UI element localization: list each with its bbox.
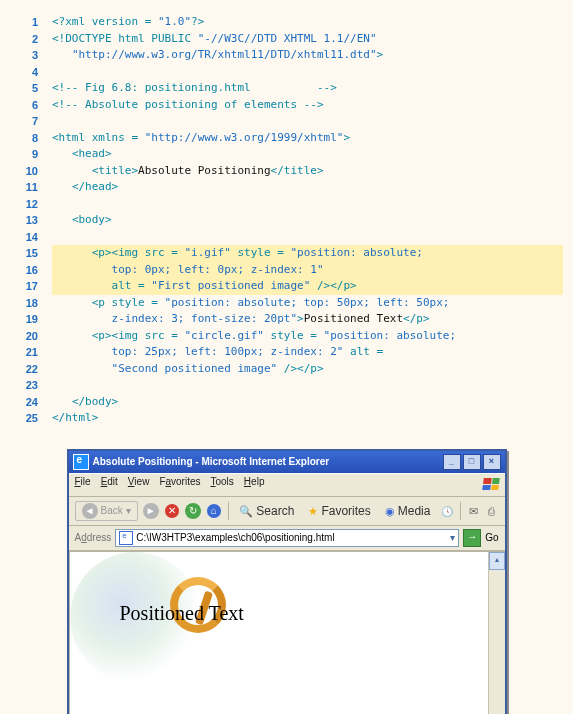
code-line: 15 <p><img src = "i.gif" style = "positi…: [10, 245, 563, 262]
code-line: 18 <p style = "position: absolute; top: …: [10, 295, 563, 312]
address-value: C:\IW3HTP3\examples\ch06\positioning.htm…: [136, 532, 334, 543]
forward-arrow-icon: ►: [143, 503, 159, 519]
back-arrow-icon: ◄: [82, 503, 98, 519]
code-line: 8<html xmlns = "http://www.w3.org/1999/x…: [10, 130, 563, 147]
favorites-button[interactable]: Favorites: [303, 500, 375, 522]
line-number: 11: [10, 179, 52, 196]
line-number: 25: [10, 410, 52, 427]
code-content: <p><img src = "circle.gif" style = "posi…: [52, 328, 563, 345]
code-listing: 1<?xml version = "1.0"?>2<!DOCTYPE html …: [10, 10, 563, 431]
code-line: 2<!DOCTYPE html PUBLIC "-//W3C//DTD XHTM…: [10, 31, 563, 48]
stop-icon: ✕: [165, 504, 179, 518]
close-button[interactable]: ×: [483, 454, 501, 470]
browser-screenshot: Absolute Positioning - Microsoft Interne…: [67, 449, 507, 715]
mail-button[interactable]: [466, 500, 480, 522]
back-label: Back: [101, 505, 123, 516]
code-line: 14: [10, 229, 563, 246]
refresh-button[interactable]: ↻: [184, 500, 202, 522]
line-number: 2: [10, 31, 52, 48]
window-title: Absolute Positioning - Microsoft Interne…: [93, 456, 443, 467]
line-number: 17: [10, 278, 52, 295]
code-line: 5<!-- Fig 6.8: positioning.html -->: [10, 80, 563, 97]
windows-flag-icon: [481, 476, 499, 494]
history-button[interactable]: [439, 500, 453, 522]
code-content: [52, 113, 563, 130]
line-number: 1: [10, 14, 52, 31]
code-line: 25</html>: [10, 410, 563, 427]
line-number: 19: [10, 311, 52, 328]
line-number: 21: [10, 344, 52, 361]
page-icon: [119, 531, 133, 545]
code-line: 21 top: 25px; left: 100px; z-index: 2" a…: [10, 344, 563, 361]
line-number: 3: [10, 47, 52, 64]
code-content: </body>: [52, 394, 563, 411]
back-button[interactable]: ◄ Back ▾: [75, 501, 138, 521]
address-label: Address: [75, 532, 112, 543]
media-button[interactable]: Media: [380, 500, 436, 522]
code-line: 6<!-- Absolute positioning of elements -…: [10, 97, 563, 114]
code-content: [52, 377, 563, 394]
minimize-button[interactable]: _: [443, 454, 461, 470]
code-content: <!DOCTYPE html PUBLIC "-//W3C//DTD XHTML…: [52, 31, 563, 48]
go-label: Go: [485, 532, 498, 543]
menu-view[interactable]: View: [128, 476, 150, 494]
toolbar-separator: [228, 502, 229, 520]
code-line: 19 z-index: 3; font-size: 20pt">Position…: [10, 311, 563, 328]
chevron-down-icon[interactable]: ▾: [450, 532, 455, 543]
chevron-down-icon: ▾: [126, 505, 131, 516]
ie-window: Absolute Positioning - Microsoft Interne…: [67, 449, 507, 715]
address-bar: Address C:\IW3HTP3\examples\ch06\positio…: [69, 526, 505, 551]
vertical-scrollbar[interactable]: ▴ ▾: [488, 552, 505, 715]
forward-button[interactable]: ►: [142, 500, 160, 522]
code-content: top: 25px; left: 100px; z-index: 2" alt …: [52, 344, 563, 361]
page-content: Positioned Text ▴ ▾: [69, 551, 505, 715]
code-content: "http://www.w3.org/TR/xhtml11/DTD/xhtml1…: [52, 47, 563, 64]
line-number: 23: [10, 377, 52, 394]
toolbar: ◄ Back ▾ ► ✕ ↻ ⌂ Search Favorites Media: [69, 497, 505, 526]
line-number: 4: [10, 64, 52, 81]
search-button[interactable]: Search: [234, 500, 299, 522]
media-icon: [385, 504, 395, 518]
line-number: 20: [10, 328, 52, 345]
code-content: alt = "First positioned image" /></p>: [52, 278, 563, 295]
menu-favorites[interactable]: Favorites: [159, 476, 200, 494]
stop-button[interactable]: ✕: [164, 500, 180, 522]
menubar: File Edit View Favorites Tools Help: [69, 473, 505, 497]
ie-icon: [73, 454, 89, 470]
code-content: <!-- Absolute positioning of elements --…: [52, 97, 563, 114]
home-button[interactable]: ⌂: [206, 500, 222, 522]
refresh-icon: ↻: [185, 503, 201, 519]
scroll-up-button[interactable]: ▴: [489, 552, 505, 570]
code-content: <!-- Fig 6.8: positioning.html -->: [52, 80, 563, 97]
code-content: [52, 64, 563, 81]
code-content: </html>: [52, 410, 563, 427]
maximize-button[interactable]: □: [463, 454, 481, 470]
star-icon: [308, 504, 318, 518]
print-button[interactable]: [484, 500, 498, 522]
line-number: 16: [10, 262, 52, 279]
line-number: 9: [10, 146, 52, 163]
code-line: 16 top: 0px; left: 0px; z-index: 1": [10, 262, 563, 279]
print-icon: [488, 504, 495, 518]
menu-tools[interactable]: Tools: [211, 476, 234, 494]
code-line: 10 <title>Absolute Positioning</title>: [10, 163, 563, 180]
line-number: 10: [10, 163, 52, 180]
line-number: 5: [10, 80, 52, 97]
code-content: <?xml version = "1.0"?>: [52, 14, 563, 31]
code-line: 12: [10, 196, 563, 213]
menu-edit[interactable]: Edit: [101, 476, 118, 494]
menu-help[interactable]: Help: [244, 476, 265, 494]
code-line: 11 </head>: [10, 179, 563, 196]
line-number: 15: [10, 245, 52, 262]
menu-file[interactable]: File: [75, 476, 91, 494]
code-content: z-index: 3; font-size: 20pt">Positioned …: [52, 311, 563, 328]
line-number: 24: [10, 394, 52, 411]
code-line: 1<?xml version = "1.0"?>: [10, 14, 563, 31]
code-line: 20 <p><img src = "circle.gif" style = "p…: [10, 328, 563, 345]
toolbar-separator: [460, 502, 461, 520]
code-line: 7: [10, 113, 563, 130]
go-button[interactable]: →: [463, 529, 481, 547]
code-line: 9 <head>: [10, 146, 563, 163]
address-input[interactable]: C:\IW3HTP3\examples\ch06\positioning.htm…: [115, 529, 459, 547]
code-content: <html xmlns = "http://www.w3.org/1999/xh…: [52, 130, 563, 147]
